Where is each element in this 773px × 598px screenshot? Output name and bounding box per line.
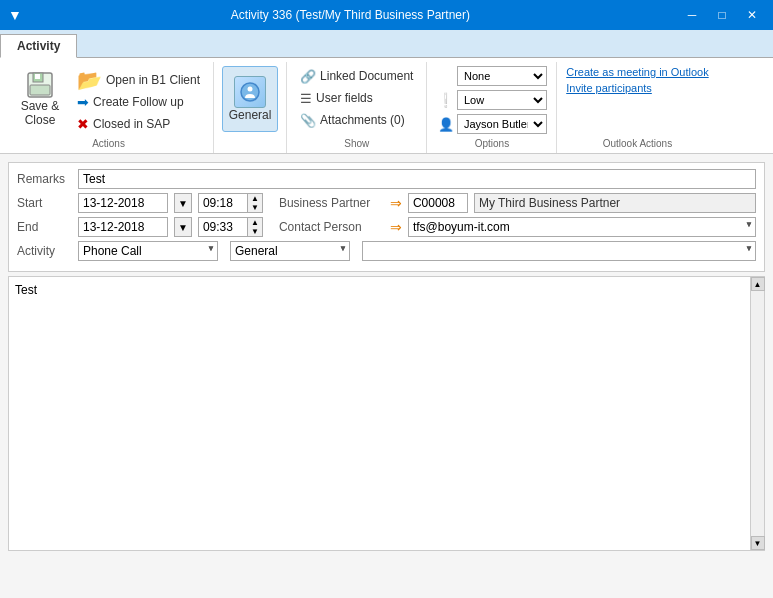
options-content: ● None ❕ Low 👤 Jayson Butler bbox=[437, 62, 547, 134]
option3-icon: 👤 bbox=[437, 117, 455, 132]
window-title: Activity 336 (Test/My Third Business Par… bbox=[22, 8, 679, 22]
option-row-3: 👤 Jayson Butler bbox=[437, 114, 547, 134]
general-group-label bbox=[222, 145, 278, 149]
open-icon: 📂 bbox=[77, 68, 102, 92]
save-icon bbox=[24, 71, 56, 99]
actions-content: Save & Close 📂 Open in B1 Client ➡ Creat… bbox=[12, 62, 205, 134]
activity-row: Activity Phone Call ▼ General ▼ ▼ bbox=[17, 241, 756, 261]
minimize-button[interactable]: ─ bbox=[679, 5, 705, 25]
svg-rect-2 bbox=[35, 74, 40, 79]
attach-icon: 📎 bbox=[300, 113, 316, 128]
save-label: Save & Close bbox=[21, 99, 60, 128]
closed-in-sap-button[interactable]: ✖ Closed in SAP bbox=[72, 114, 205, 134]
closed-icon: ✖ bbox=[77, 116, 89, 132]
option-row-1: ● None bbox=[437, 66, 547, 86]
start-date-input[interactable] bbox=[78, 193, 168, 213]
bp-name-input bbox=[474, 193, 756, 213]
show-content: 🔗 Linked Document ☰ User fields 📎 Attach… bbox=[295, 62, 418, 134]
option2-select[interactable]: Low bbox=[457, 90, 547, 110]
ribbon-group-general: General bbox=[214, 62, 287, 153]
ribbon-group-show: 🔗 Linked Document ☰ User fields 📎 Attach… bbox=[287, 62, 427, 153]
start-row: Start ▼ ▲ ▼ Business Partner ⇒ bbox=[17, 193, 756, 213]
linked-document-button[interactable]: 🔗 Linked Document bbox=[295, 66, 418, 86]
create-icon: ➡ bbox=[77, 94, 89, 110]
scroll-up-button[interactable]: ▲ bbox=[751, 277, 765, 291]
ribbon-group-outlook: Create as meeting in Outlook Invite part… bbox=[557, 62, 717, 153]
notes-area: Test ▲ ▼ bbox=[8, 276, 765, 551]
create-meeting-button[interactable]: Create as meeting in Outlook bbox=[566, 66, 708, 78]
bp-label: Business Partner bbox=[279, 196, 384, 210]
attachments-button[interactable]: 📎 Attachments (0) bbox=[295, 110, 418, 130]
end-time-spinner: ▲ ▼ bbox=[248, 217, 263, 237]
form-container: Remarks Start ▼ ▲ ▼ Business Partner ⇒ E… bbox=[8, 162, 765, 272]
window-controls: ─ □ ✕ bbox=[679, 5, 765, 25]
start-time-input[interactable] bbox=[198, 193, 248, 213]
actions-label: Actions bbox=[12, 134, 205, 149]
sub-type-select[interactable]: General bbox=[230, 241, 350, 261]
show-label: Show bbox=[295, 134, 418, 149]
end-time-down-button[interactable]: ▼ bbox=[248, 227, 262, 236]
start-time-spinner: ▲ ▼ bbox=[248, 193, 263, 213]
end-date-dropdown-icon[interactable]: ▼ bbox=[174, 217, 192, 237]
general-label: General bbox=[229, 108, 272, 122]
bp-code-input[interactable] bbox=[408, 193, 468, 213]
end-label: End bbox=[17, 220, 72, 234]
end-time-input[interactable] bbox=[198, 217, 248, 237]
link-icon: 🔗 bbox=[300, 69, 316, 84]
start-time-up-button[interactable]: ▲ bbox=[248, 194, 262, 203]
general-button[interactable]: General bbox=[222, 66, 278, 132]
ribbon-group-actions: Save & Close 📂 Open in B1 Client ➡ Creat… bbox=[4, 62, 214, 153]
maximize-button[interactable]: □ bbox=[709, 5, 735, 25]
activity-type-select[interactable]: Phone Call bbox=[78, 241, 218, 261]
status-select[interactable] bbox=[362, 241, 756, 261]
option3-select[interactable]: Jayson Butler bbox=[457, 114, 547, 134]
create-follow-up-button[interactable]: ➡ Create Follow up bbox=[72, 92, 205, 112]
option1-icon: ● bbox=[437, 69, 455, 83]
general-content: General bbox=[222, 62, 278, 145]
option-row-2: ❕ Low bbox=[437, 90, 547, 110]
option1-select[interactable]: None bbox=[457, 66, 547, 86]
notes-scrollbar: ▲ ▼ bbox=[750, 277, 764, 550]
contact-select[interactable]: tfs@boyum-it.com bbox=[408, 217, 756, 237]
end-time-up-button[interactable]: ▲ bbox=[248, 218, 262, 227]
title-bar: ▼ Activity 336 (Test/My Third Business P… bbox=[0, 0, 773, 30]
ribbon-group-options: ● None ❕ Low 👤 Jayson Butler Options bbox=[427, 62, 557, 153]
contact-label: Contact Person bbox=[279, 220, 384, 234]
option2-icon: ❕ bbox=[437, 92, 455, 108]
close-button[interactable]: ✕ bbox=[739, 5, 765, 25]
svg-rect-3 bbox=[30, 85, 50, 95]
save-close-button[interactable]: Save & Close bbox=[12, 66, 68, 132]
end-date-input[interactable] bbox=[78, 217, 168, 237]
sub-type-wrap: General ▼ bbox=[230, 241, 350, 261]
app-icon: ▼ bbox=[8, 7, 22, 23]
outlook-label: Outlook Actions bbox=[565, 134, 709, 149]
tab-bar: Activity bbox=[0, 30, 773, 58]
content-area: Remarks Start ▼ ▲ ▼ Business Partner ⇒ E… bbox=[0, 154, 773, 598]
status-wrap: ▼ bbox=[362, 241, 756, 261]
bp-arrow-icon[interactable]: ⇒ bbox=[390, 195, 402, 211]
end-time-wrap: ▲ ▼ bbox=[198, 217, 263, 237]
notes-textarea[interactable]: Test bbox=[9, 277, 750, 550]
end-row: End ▼ ▲ ▼ Contact Person ⇒ tfs@boyum-it.… bbox=[17, 217, 756, 237]
invite-participants-button[interactable]: Invite participants bbox=[566, 82, 708, 94]
start-date-dropdown-icon[interactable]: ▼ bbox=[174, 193, 192, 213]
activity-type-wrap: Phone Call ▼ bbox=[78, 241, 218, 261]
outlook-content: Create as meeting in Outlook Invite part… bbox=[566, 62, 708, 134]
user-fields-button[interactable]: ☰ User fields bbox=[295, 88, 418, 108]
start-label: Start bbox=[17, 196, 72, 210]
general-icon bbox=[234, 76, 266, 108]
small-actions: 📂 Open in B1 Client ➡ Create Follow up ✖… bbox=[72, 66, 205, 134]
contact-arrow-icon[interactable]: ⇒ bbox=[390, 219, 402, 235]
remarks-row: Remarks bbox=[17, 169, 756, 189]
remarks-input[interactable] bbox=[78, 169, 756, 189]
scroll-down-button[interactable]: ▼ bbox=[751, 536, 765, 550]
remarks-label: Remarks bbox=[17, 172, 72, 186]
svg-point-4 bbox=[241, 83, 259, 101]
activity-label: Activity bbox=[17, 244, 72, 258]
start-time-down-button[interactable]: ▼ bbox=[248, 203, 262, 212]
ribbon: Save & Close 📂 Open in B1 Client ➡ Creat… bbox=[0, 58, 773, 154]
start-time-wrap: ▲ ▼ bbox=[198, 193, 263, 213]
tab-activity[interactable]: Activity bbox=[0, 34, 77, 58]
svg-point-5 bbox=[248, 87, 253, 92]
open-in-b1-button[interactable]: 📂 Open in B1 Client bbox=[72, 70, 205, 90]
